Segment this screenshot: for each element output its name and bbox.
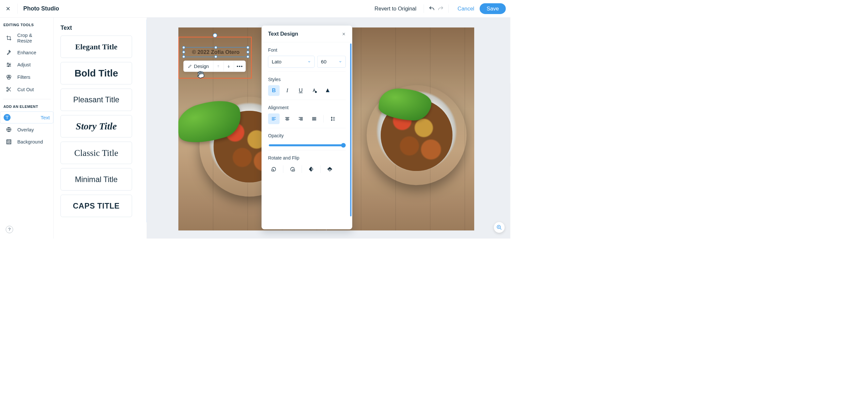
resize-handle[interactable]	[246, 51, 249, 53]
resize-handle[interactable]	[246, 55, 249, 58]
sidebar-item-cut-out[interactable]: Cut Out	[0, 83, 53, 96]
resize-handle[interactable]	[214, 55, 217, 58]
rotate-ccw-button[interactable]	[268, 164, 279, 175]
resize-handle[interactable]	[182, 46, 185, 49]
sidebar-item-label: Overlay	[17, 127, 34, 132]
text-element[interactable]: © 2022 Zofía Otero	[183, 47, 248, 57]
rotate-ccw-icon	[271, 166, 277, 172]
flip-vertical-button[interactable]	[324, 164, 335, 175]
bold-toggle[interactable]: B	[268, 85, 279, 96]
preset-elegant-title[interactable]: Elegant Title	[60, 36, 132, 58]
sidebar-item-filters[interactable]: Filters	[0, 71, 53, 83]
highlight-color-button[interactable]	[322, 85, 333, 96]
alignment-label: Alignment	[268, 105, 346, 110]
align-right-icon	[298, 116, 303, 121]
align-justify-button[interactable]	[309, 114, 320, 124]
scissors-icon	[5, 86, 12, 93]
text-design-popover: Text Design Font Lato 60	[261, 26, 352, 229]
sliders-icon	[5, 61, 12, 68]
pencil-icon	[188, 64, 192, 68]
resize-handle[interactable]	[182, 55, 185, 58]
save-button[interactable]: Save	[480, 3, 506, 14]
design-button[interactable]: Design	[184, 61, 213, 72]
rotate-handle[interactable]	[213, 33, 217, 38]
tutorial-highlight: © 2022 Zofía Otero Design	[179, 37, 252, 79]
divider	[320, 165, 320, 173]
arrow-down-icon	[227, 64, 231, 68]
app-title: Photo Studio	[23, 5, 59, 12]
cancel-button[interactable]: Cancel	[452, 5, 480, 12]
rotate-cw-icon	[289, 166, 296, 172]
sidebar-item-label: Crop & Resize	[17, 32, 48, 43]
svg-point-6	[6, 87, 8, 89]
chevron-down-icon	[339, 60, 342, 63]
preset-pleasant-title[interactable]: Pleasant Title	[60, 89, 132, 111]
sidebar-item-enhance[interactable]: Enhance	[0, 46, 53, 59]
rotate-flip-label: Rotate and Flip	[268, 155, 346, 160]
sidebar-item-background[interactable]: Background	[0, 136, 53, 148]
resize-handle[interactable]	[214, 46, 217, 49]
sidebar-item-label: Filters	[17, 74, 30, 80]
rotate-cw-button[interactable]	[287, 164, 298, 175]
preset-caps-title[interactable]: CAPS TITLE	[60, 195, 132, 217]
align-left-button[interactable]	[268, 114, 279, 124]
help-button[interactable]: ?	[6, 226, 13, 233]
layer-up-button	[213, 61, 224, 72]
preset-classic-title[interactable]: Classic Title	[60, 142, 132, 164]
resize-handle[interactable]	[246, 46, 249, 49]
sidebar: EDITING TOOLS Crop & Resize Enhance Adju…	[0, 18, 54, 239]
resize-handle[interactable]	[182, 51, 185, 53]
zoom-in-button[interactable]	[494, 222, 504, 233]
scrollbar[interactable]	[350, 43, 351, 216]
layer-down-button[interactable]	[223, 61, 234, 72]
sidebar-item-text[interactable]: Text	[0, 112, 53, 123]
opacity-slider[interactable]	[269, 145, 345, 147]
more-actions-button[interactable]: •••	[234, 61, 245, 72]
chevron-down-icon	[308, 60, 311, 63]
close-button[interactable]	[5, 5, 11, 12]
align-right-button[interactable]	[295, 114, 307, 124]
background-icon	[5, 138, 12, 145]
text-presets-panel: Text Elegant Title Bold Title Pleasant T…	[54, 18, 147, 239]
text-icon	[4, 114, 10, 121]
ellipsis-icon: •••	[237, 63, 243, 69]
crop-icon	[5, 35, 12, 41]
italic-toggle[interactable]: I	[281, 85, 293, 96]
revert-to-original-button[interactable]: Revert to Original	[371, 5, 420, 12]
divider	[268, 150, 346, 150]
undo-button[interactable]	[428, 4, 436, 13]
sidebar-item-adjust[interactable]: Adjust	[0, 59, 53, 71]
line-spacing-button[interactable]	[327, 114, 339, 124]
preset-story-title[interactable]: Story Title	[60, 115, 132, 137]
sidebar-item-label: Cut Out	[17, 87, 34, 92]
preset-bold-title[interactable]: Bold Title	[60, 62, 132, 84]
sidebar-item-crop-resize[interactable]: Crop & Resize	[0, 30, 53, 46]
underline-toggle[interactable]: U	[295, 85, 307, 96]
sidebar-item-label: Text	[40, 115, 50, 120]
sidebar-item-label: Enhance	[17, 50, 36, 55]
svg-point-10	[315, 91, 316, 93]
divider	[268, 71, 346, 72]
canvas-area[interactable]: © 2022 Zofía Otero Design	[147, 18, 510, 239]
font-size-select[interactable]: 60	[317, 56, 346, 68]
zoom-in-icon	[496, 225, 502, 230]
divider	[302, 165, 302, 173]
align-left-icon	[271, 116, 277, 121]
svg-point-7	[6, 90, 8, 92]
text-color-button[interactable]	[309, 85, 320, 96]
sidebar-section-editing: EDITING TOOLS	[0, 18, 53, 30]
align-center-button[interactable]	[281, 114, 293, 124]
align-justify-icon	[311, 116, 317, 121]
font-family-select[interactable]: Lato	[268, 56, 314, 68]
popover-title: Text Design	[268, 31, 298, 37]
redo-button	[436, 4, 445, 13]
slider-thumb[interactable]	[341, 143, 346, 148]
sidebar-item-label: Adjust	[17, 62, 31, 68]
preset-minimal-title[interactable]: Minimal Title	[60, 168, 132, 191]
sidebar-item-overlay[interactable]: Overlay	[0, 123, 53, 136]
divider	[323, 115, 324, 123]
flip-vertical-icon	[327, 166, 333, 172]
close-popover-button[interactable]	[342, 32, 346, 36]
opacity-label: Opacity	[268, 133, 346, 138]
flip-horizontal-button[interactable]	[305, 164, 317, 175]
